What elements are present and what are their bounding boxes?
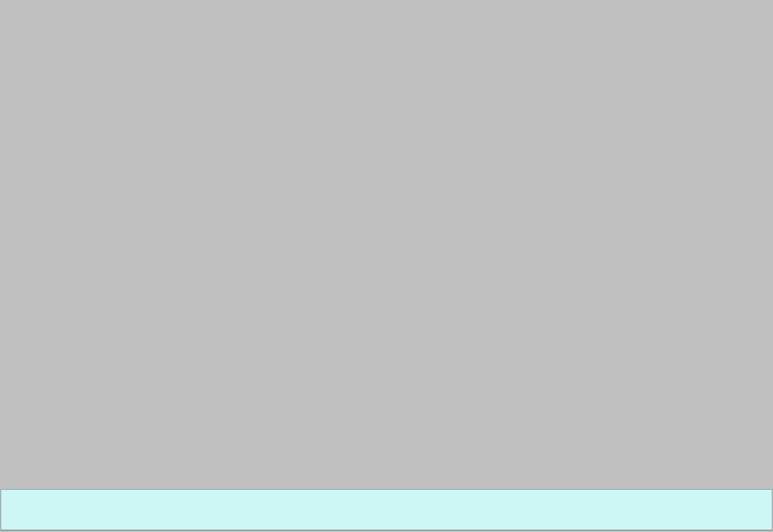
statistics-table: [1, 489, 772, 531]
weather-chart: [0, 0, 773, 489]
